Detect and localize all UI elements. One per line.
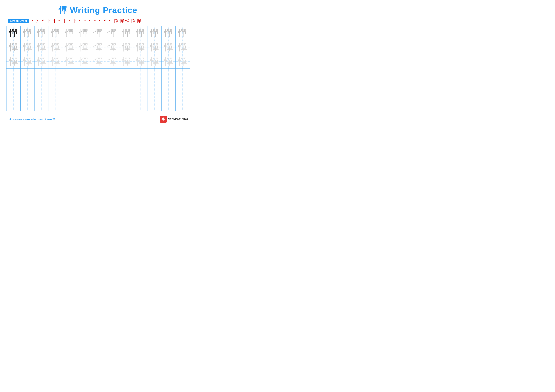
cell-5-5[interactable]: [63, 83, 77, 97]
cell-2-13[interactable]: 憚: [175, 40, 190, 54]
cell-5-9[interactable]: [119, 83, 133, 97]
cell-6-6[interactable]: [77, 97, 91, 111]
cell-6-2[interactable]: [21, 97, 35, 111]
char-guide: 憚: [51, 43, 60, 52]
cell-2-2[interactable]: 憚: [21, 40, 35, 54]
cell-2-7[interactable]: 憚: [91, 40, 105, 54]
char-guide: 憚: [178, 57, 187, 66]
cell-3-4[interactable]: 憚: [49, 54, 63, 68]
cell-4-7[interactable]: [91, 69, 105, 83]
cell-5-11[interactable]: [147, 83, 161, 97]
cell-5-12[interactable]: [161, 83, 175, 97]
cell-3-11[interactable]: 憚: [147, 54, 161, 68]
cell-6-13[interactable]: [175, 97, 190, 111]
cell-2-8[interactable]: 憚: [105, 40, 119, 54]
cell-4-1[interactable]: [7, 69, 21, 83]
cell-1-11[interactable]: 憚: [147, 26, 161, 40]
cell-1-13[interactable]: 憚: [175, 26, 190, 40]
cell-1-3[interactable]: 憚: [35, 26, 49, 40]
cell-2-3[interactable]: 憚: [35, 40, 49, 54]
cell-1-10[interactable]: 憚: [133, 26, 147, 40]
cell-1-7[interactable]: 憚: [91, 26, 105, 40]
cell-6-4[interactable]: [49, 97, 63, 111]
cell-2-5[interactable]: 憚: [63, 40, 77, 54]
cell-3-3[interactable]: 憚: [35, 54, 49, 68]
cell-3-12[interactable]: 憚: [161, 54, 175, 68]
char-guide: 憚: [122, 43, 131, 52]
cell-3-13[interactable]: 憚: [175, 54, 190, 68]
cell-3-10[interactable]: 憚: [133, 54, 147, 68]
stroke-13: 憚: [125, 19, 130, 23]
cell-4-11[interactable]: [147, 69, 161, 83]
cell-6-3[interactable]: [35, 97, 49, 111]
footer-brand-name: StrokeOrder: [168, 117, 188, 121]
cell-2-1[interactable]: 憚: [7, 40, 21, 54]
char-guide: 憚: [150, 57, 159, 66]
cell-3-2[interactable]: 憚: [21, 54, 35, 68]
stroke-3: 忄: [42, 19, 46, 23]
cell-3-6[interactable]: 憚: [77, 54, 91, 68]
cell-4-13[interactable]: [175, 69, 190, 83]
cell-2-4[interactable]: 憚: [49, 40, 63, 54]
cell-3-8[interactable]: 憚: [105, 54, 119, 68]
cell-5-10[interactable]: [133, 83, 147, 97]
cell-5-8[interactable]: [105, 83, 119, 97]
cell-4-6[interactable]: [77, 69, 91, 83]
stroke-9: 忄㇀: [94, 19, 102, 23]
cell-2-12[interactable]: 憚: [161, 40, 175, 54]
cell-1-1[interactable]: 憚: [7, 26, 21, 40]
cell-3-5[interactable]: 憚: [63, 54, 77, 68]
cell-6-1[interactable]: [7, 97, 21, 111]
cell-6-12[interactable]: [161, 97, 175, 111]
cell-6-9[interactable]: [119, 97, 133, 111]
cell-5-4[interactable]: [49, 83, 63, 97]
cell-4-4[interactable]: [49, 69, 63, 83]
cell-4-5[interactable]: [63, 69, 77, 83]
cell-6-7[interactable]: [91, 97, 105, 111]
cell-2-6[interactable]: 憚: [77, 40, 91, 54]
stroke-order-row: Stroke Order 丶 冫 忄 忄 忄㇀ 忄㇀ 忄㇀ 忄㇀ 忄㇀ 忄㇀ 憚…: [6, 19, 190, 23]
grid-row-2: 憚 憚 憚 憚 憚 憚 憚 憚 憚 憚 憚 憚: [7, 40, 190, 54]
cell-5-2[interactable]: [21, 83, 35, 97]
cell-4-12[interactable]: [161, 69, 175, 83]
char-guide: 憚: [37, 57, 46, 66]
cell-2-11[interactable]: 憚: [147, 40, 161, 54]
cell-5-1[interactable]: [7, 83, 21, 97]
stroke-4: 忄: [47, 19, 52, 23]
char-guide: 憚: [37, 29, 46, 37]
char-guide: 憚: [65, 43, 74, 52]
stroke-2: 冫: [36, 19, 41, 23]
cell-1-8[interactable]: 憚: [105, 26, 119, 40]
cell-3-7[interactable]: 憚: [91, 54, 105, 68]
cell-5-13[interactable]: [175, 83, 190, 97]
page-title: 憚 Writing Practice: [6, 5, 190, 16]
cell-4-2[interactable]: [21, 69, 35, 83]
cell-1-2[interactable]: 憚: [21, 26, 35, 40]
cell-3-1[interactable]: 憚: [7, 54, 21, 68]
cell-1-12[interactable]: 憚: [161, 26, 175, 40]
char-guide: 憚: [80, 29, 88, 37]
cell-4-9[interactable]: [119, 69, 133, 83]
cell-6-10[interactable]: [133, 97, 147, 111]
cell-2-10[interactable]: 憚: [133, 40, 147, 54]
cell-6-11[interactable]: [147, 97, 161, 111]
char-guide: 憚: [23, 29, 32, 37]
cell-4-3[interactable]: [35, 69, 49, 83]
cell-5-3[interactable]: [35, 83, 49, 97]
cell-4-10[interactable]: [133, 69, 147, 83]
char-guide: 憚: [65, 57, 74, 66]
char-guide: 憚: [94, 29, 102, 37]
cell-1-6[interactable]: 憚: [77, 26, 91, 40]
cell-6-5[interactable]: [63, 97, 77, 111]
footer-brand: 字 StrokeOrder: [160, 116, 188, 123]
cell-5-7[interactable]: [91, 83, 105, 97]
cell-1-9[interactable]: 憚: [119, 26, 133, 40]
cell-4-8[interactable]: [105, 69, 119, 83]
cell-6-8[interactable]: [105, 97, 119, 111]
char-guide: 憚: [122, 57, 131, 66]
cell-2-9[interactable]: 憚: [119, 40, 133, 54]
cell-1-4[interactable]: 憚: [49, 26, 63, 40]
cell-5-6[interactable]: [77, 83, 91, 97]
cell-3-9[interactable]: 憚: [119, 54, 133, 68]
cell-1-5[interactable]: 憚: [63, 26, 77, 40]
